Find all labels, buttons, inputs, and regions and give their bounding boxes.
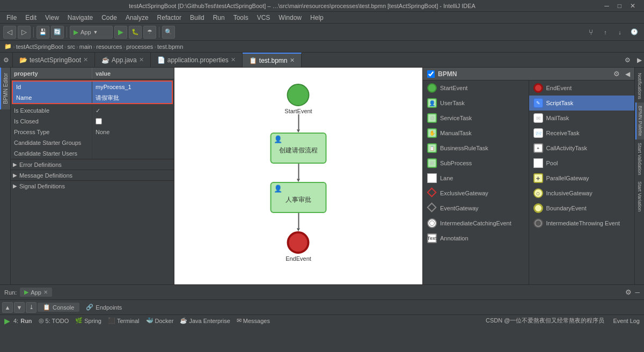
run-status-icon[interactable]: ▶: [4, 317, 10, 325]
menu-help[interactable]: Help: [306, 13, 328, 23]
props-row-candidateusers[interactable]: Candidate Starter Users: [11, 148, 174, 159]
run-gear-btn[interactable]: ⚙: [625, 288, 632, 296]
messages-label[interactable]: Messages: [243, 318, 270, 324]
console-step-down[interactable]: ▼: [14, 302, 25, 313]
console-step-bottom[interactable]: ⤓: [26, 302, 36, 313]
toolbar-debug-btn[interactable]: 🐛: [129, 26, 142, 39]
task1-node[interactable]: 👤 创建请假流程: [270, 133, 327, 164]
menu-code[interactable]: Code: [97, 13, 121, 23]
java-enterprise-label[interactable]: Java Enterprise: [189, 318, 230, 324]
bpmn-item-startevent[interactable]: StartEvent: [423, 80, 529, 96]
toolbar-history-btn[interactable]: 🕐: [628, 26, 641, 39]
bpmn-item-parallelgateway[interactable]: + ParallelGateway: [529, 171, 635, 186]
bpmn-item-manualtask[interactable]: ✋ ManualTask: [423, 126, 529, 141]
close-icon-project[interactable]: ✕: [83, 56, 88, 63]
bpmn-item-exclusivegateway[interactable]: ExclusiveGateway: [423, 186, 529, 201]
bpmn-item-annotation[interactable]: Text Annotation: [423, 231, 529, 246]
bpmn-item-eventgateway[interactable]: EventGateway: [423, 201, 529, 216]
bpmn-item-receivetask[interactable]: 📨 ReceiveTask: [529, 126, 635, 141]
props-row-processtype[interactable]: Process Type None: [11, 127, 174, 137]
console-step-up[interactable]: ▲: [2, 302, 13, 313]
end-event-node[interactable]: EndEvent: [286, 231, 311, 262]
toolbar-update-btn[interactable]: ↑: [599, 26, 612, 39]
todo-label[interactable]: 5: TODO: [46, 318, 69, 324]
close-button[interactable]: ✕: [626, 2, 640, 10]
menu-build[interactable]: Build: [186, 13, 209, 23]
bpmn-item-intermediatecatching[interactable]: IntermediateCatchingEvent: [423, 216, 529, 231]
bc-project[interactable]: 📁: [4, 43, 12, 50]
task2-node[interactable]: 👤 人事审批: [270, 182, 327, 213]
menu-tools[interactable]: Tools: [229, 13, 253, 23]
props-section-signal[interactable]: ▶ Signal Definitions: [11, 180, 174, 191]
toolbar-git-btn[interactable]: ⑂: [584, 26, 597, 39]
tab-endpoints[interactable]: 🔗 Endpoints: [80, 303, 127, 312]
bpmn-item-lane[interactable]: Lane: [423, 171, 529, 186]
max-button[interactable]: □: [613, 2, 626, 10]
props-row-name[interactable]: Name 请假审批: [13, 92, 172, 103]
canvas-area[interactable]: StartEvent ▼ 👤 创建请假流程 ▼ 👤 人事审批: [174, 68, 422, 284]
bpmn-item-usertask[interactable]: 👤 UserTask: [423, 96, 529, 111]
bpmn-item-endevent[interactable]: EndEvent: [529, 80, 635, 96]
bpmn-item-scripttask[interactable]: ✎ ScriptTask: [529, 96, 635, 111]
props-row-isclosed[interactable]: Is Closed: [11, 116, 174, 127]
menu-view[interactable]: View: [41, 13, 63, 23]
toolbar-search-btn[interactable]: 🔍: [162, 26, 175, 39]
bpmn-item-subprocess[interactable]: ⊞ SubProcess: [423, 156, 529, 171]
bpmn-panel-collapse[interactable]: ◀: [625, 70, 630, 78]
bpmn-item-callactivity[interactable]: + CallActivityTask: [529, 141, 635, 156]
run-collapse-btn[interactable]: ─: [635, 289, 640, 296]
start-event-node[interactable]: StartEvent: [284, 84, 312, 114]
run-app-tab[interactable]: ▶ App ✕: [20, 288, 52, 297]
toolbar-run-btn[interactable]: ▶: [114, 26, 127, 39]
menu-file[interactable]: File: [2, 13, 21, 23]
sidebar-bpmn-editor-tab[interactable]: BPMN Editor: [0, 68, 10, 109]
menu-navigate[interactable]: Navigate: [63, 13, 97, 23]
bpmn-item-pool[interactable]: Pool: [529, 156, 635, 171]
vtab-bpmn-palette[interactable]: BPMN Palette: [635, 102, 644, 140]
tab-testbpmn[interactable]: 📋 test.bpmn ✕: [243, 53, 302, 67]
toolbar-sync-btn[interactable]: 🔄: [51, 26, 64, 39]
bc-item-main[interactable]: main: [79, 43, 92, 50]
tab-gear-right[interactable]: ⚙: [620, 53, 635, 67]
tab-appjava[interactable]: ☕ App.java ✕: [95, 53, 151, 67]
event-log-label[interactable]: Event Log: [613, 318, 640, 324]
bc-item-src[interactable]: src: [67, 43, 75, 50]
tab-appprops[interactable]: 📄 application.properties ✕: [151, 53, 243, 67]
props-row-isexecutable[interactable]: Is Executable ✓: [11, 105, 174, 116]
bc-item-file[interactable]: test.bpmn: [157, 43, 183, 50]
props-row-id[interactable]: Id myProcess_1: [13, 82, 172, 92]
close-icon-props[interactable]: ✕: [231, 56, 236, 63]
menu-run[interactable]: Run: [209, 13, 229, 23]
menu-refactor[interactable]: Refactor: [153, 13, 186, 23]
run-label-btn[interactable]: Run: [20, 318, 32, 324]
toolbar-back-btn[interactable]: ◁: [3, 26, 16, 39]
run-app-close[interactable]: ✕: [43, 289, 48, 295]
vtab-notifications[interactable]: Notifications: [636, 70, 643, 102]
bpmn-checkbox[interactable]: [427, 70, 435, 78]
min-button[interactable]: ─: [600, 2, 613, 10]
bc-item-processes[interactable]: processes: [126, 43, 153, 50]
bc-item-project[interactable]: testActSpringBoot: [16, 43, 63, 50]
bpmn-item-businessruletask[interactable]: 📋 BusinessRuleTask: [423, 141, 529, 156]
vtab-start-validation[interactable]: Start Validation: [636, 140, 643, 178]
bpmn-item-inclusivegateway[interactable]: ○ InclusiveGateway: [529, 186, 635, 201]
toolbar-push-btn[interactable]: ↓: [613, 26, 626, 39]
props-row-candidategroups[interactable]: Candidate Starter Groups: [11, 137, 174, 148]
docker-label[interactable]: Docker: [155, 318, 174, 324]
bc-item-resources[interactable]: resources: [96, 43, 122, 50]
menu-analyze[interactable]: Analyze: [121, 13, 153, 23]
tab-gear-left[interactable]: ⚙: [0, 53, 12, 67]
bpmn-item-servicetask[interactable]: ⚙ ServiceTask: [423, 111, 529, 126]
close-icon-app[interactable]: ✕: [139, 56, 144, 63]
toolbar-coverage-btn[interactable]: ☂: [143, 26, 156, 39]
menu-vcs[interactable]: VCS: [253, 13, 275, 23]
tab-console[interactable]: 📋 Console: [38, 303, 79, 312]
menu-window[interactable]: Window: [274, 13, 306, 23]
spring-label[interactable]: Spring: [84, 318, 101, 324]
tab-testactspringboot[interactable]: 📂 testActSpringBoot ✕: [13, 53, 95, 67]
bpmn-item-intermediatethrowing[interactable]: IntermediateThrowing Event: [529, 216, 635, 231]
run-config-dropdown[interactable]: ▶ App ▼: [70, 26, 113, 39]
menu-edit[interactable]: Edit: [21, 13, 41, 23]
bpmn-panel-gear[interactable]: ⚙: [613, 70, 620, 78]
close-icon-bpmn[interactable]: ✕: [290, 57, 295, 64]
